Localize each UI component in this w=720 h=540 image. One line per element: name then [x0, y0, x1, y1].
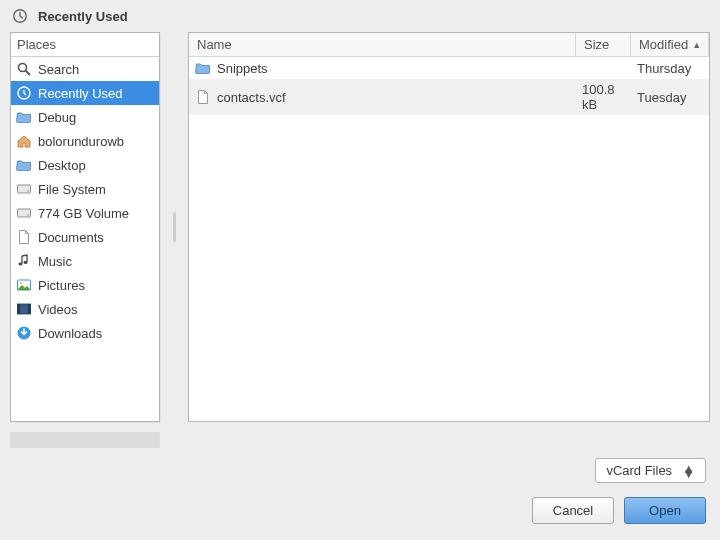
svg-point-6: [27, 214, 29, 216]
column-header-name[interactable]: Name: [189, 33, 576, 56]
column-header-modified-label: Modified: [639, 37, 688, 52]
doc-icon: [16, 229, 32, 245]
sidebar-item-pictures[interactable]: Pictures: [11, 273, 159, 297]
sidebar-item-label: Debug: [38, 110, 76, 125]
open-button[interactable]: Open: [624, 497, 706, 524]
file-list-pane: Name Size Modified ▲ SnippetsThursdaycon…: [188, 32, 710, 422]
column-header-modified[interactable]: Modified ▲: [631, 33, 709, 56]
sidebar-item-bolorundurowb[interactable]: bolorundurowb: [11, 129, 159, 153]
file-size: [576, 65, 631, 71]
sidebar-item-label: Downloads: [38, 326, 102, 341]
svg-rect-5: [18, 209, 31, 217]
column-header-size[interactable]: Size: [576, 33, 631, 56]
file-row[interactable]: SnippetsThursday: [189, 57, 709, 79]
file-name: contacts.vcf: [217, 90, 286, 105]
svg-rect-3: [18, 185, 31, 193]
music-icon: [16, 253, 32, 269]
sidebar-item-label: Pictures: [38, 278, 85, 293]
sidebar-item-label: Videos: [38, 302, 78, 317]
file-size: 100.8 kB: [576, 79, 631, 115]
splitter-grip-icon: [173, 212, 176, 242]
pictures-icon: [16, 277, 32, 293]
sidebar-item-label: Desktop: [38, 158, 86, 173]
spin-arrows-icon: ▲▼: [682, 466, 695, 476]
svg-rect-12: [18, 304, 21, 314]
sidebar-item-desktop[interactable]: Desktop: [11, 153, 159, 177]
drive-icon: [16, 205, 32, 221]
sidebar-item-label: bolorundurowb: [38, 134, 124, 149]
pane-splitter[interactable]: [172, 32, 176, 422]
sidebar-item-label: Recently Used: [38, 86, 123, 101]
places-header: Places: [11, 33, 159, 57]
file-rows: SnippetsThursdaycontacts.vcf100.8 kBTues…: [189, 57, 709, 421]
svg-point-10: [20, 282, 22, 284]
clock-inv-icon: [16, 85, 32, 101]
svg-point-4: [27, 190, 29, 192]
clock-icon: [12, 8, 28, 24]
folder-icon: [16, 109, 32, 125]
sidebar-item-documents[interactable]: Documents: [11, 225, 159, 249]
sidebar-item-search[interactable]: Search: [11, 57, 159, 81]
svg-point-1: [19, 64, 27, 72]
places-sidebar: Places SearchRecently UsedDebugbolorundu…: [10, 32, 160, 422]
sidebar-item-music[interactable]: Music: [11, 249, 159, 273]
search-icon: [16, 61, 32, 77]
file-type-filter[interactable]: vCard Files ▲▼: [595, 458, 706, 483]
drive-icon: [16, 181, 32, 197]
sidebar-item-file-system[interactable]: File System: [11, 177, 159, 201]
file-modified: Thursday: [631, 58, 709, 79]
file-row[interactable]: contacts.vcf100.8 kBTuesday: [189, 79, 709, 115]
cancel-button[interactable]: Cancel: [532, 497, 614, 524]
column-headers: Name Size Modified ▲: [189, 33, 709, 57]
video-icon: [16, 301, 32, 317]
dialog-header: Recently Used: [0, 0, 720, 32]
folder-icon: [195, 60, 211, 76]
sidebar-item-label: Music: [38, 254, 72, 269]
sidebar-item-label: Search: [38, 62, 79, 77]
sidebar-item-downloads[interactable]: Downloads: [11, 321, 159, 345]
page-title: Recently Used: [38, 9, 128, 24]
svg-point-7: [19, 263, 23, 266]
bookmark-drop-strip[interactable]: [10, 432, 160, 448]
sidebar-item-debug[interactable]: Debug: [11, 105, 159, 129]
download-icon: [16, 325, 32, 341]
svg-point-8: [24, 261, 28, 264]
sort-ascending-icon: ▲: [692, 40, 701, 50]
sidebar-item-videos[interactable]: Videos: [11, 297, 159, 321]
sidebar-item-label: File System: [38, 182, 106, 197]
sidebar-item-label: Documents: [38, 230, 104, 245]
doc-icon: [195, 89, 211, 105]
sidebar-item-label: 774 GB Volume: [38, 206, 129, 221]
file-modified: Tuesday: [631, 87, 709, 108]
folder-icon: [16, 157, 32, 173]
sidebar-item-774-gb-volume[interactable]: 774 GB Volume: [11, 201, 159, 225]
file-type-filter-label: vCard Files: [606, 463, 672, 478]
file-name: Snippets: [217, 61, 268, 76]
home-icon: [16, 133, 32, 149]
svg-rect-13: [28, 304, 31, 314]
sidebar-item-recently-used[interactable]: Recently Used: [11, 81, 159, 105]
